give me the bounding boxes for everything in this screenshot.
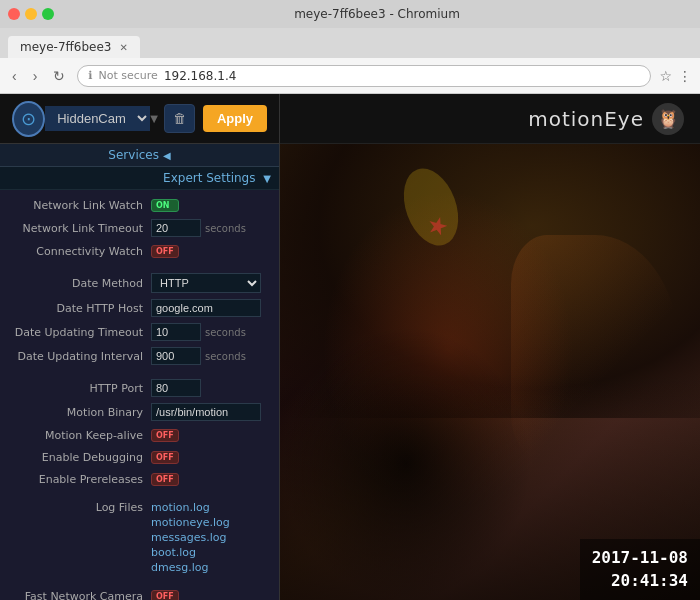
traffic-lights — [8, 8, 54, 20]
timestamp-time: 20:41:34 — [611, 571, 688, 590]
date-http-host-row: Date HTTP Host — [0, 296, 279, 320]
date-updating-interval-row: Date Updating Interval seconds — [0, 344, 279, 368]
enable-prereleases-value: OFF — [151, 473, 271, 486]
window-title: meye-7ff6bee3 - Chromium — [62, 7, 692, 21]
expert-chevron-icon: ▼ — [263, 173, 271, 184]
camera-icon: ⊙ — [12, 101, 45, 137]
nav-bar: ‹ › ↻ ℹ Not secure 192.168.1.4 ☆ ⋮ — [0, 58, 700, 94]
forward-button[interactable]: › — [29, 66, 42, 86]
camera-timestamp: 2017-11-08 20:41:34 — [592, 547, 688, 592]
network-link-watch-value: ON — [151, 199, 271, 212]
reload-button[interactable]: ↻ — [49, 66, 69, 86]
log-files-row: Log Files motion.log motioneye.log messa… — [0, 498, 279, 577]
services-link[interactable]: Services — [108, 148, 159, 162]
main-content: ⊙ HiddenCam ▼ 🗑 Apply Services ◀ Expert … — [0, 94, 700, 600]
settings-section: Network Link Watch ON Network Link Timeo… — [0, 190, 279, 600]
date-method-select[interactable]: HTTP — [151, 273, 261, 293]
protocol-label: Not secure — [99, 69, 158, 82]
log-file-dmesg[interactable]: dmesg.log — [151, 561, 230, 574]
motion-keepalive-toggle[interactable]: OFF — [151, 429, 179, 442]
tab-close-icon[interactable]: ✕ — [119, 42, 127, 53]
expert-settings-link[interactable]: Expert Settings — [163, 171, 255, 185]
dropdown-arrow-icon: ▼ — [150, 113, 158, 124]
connectivity-watch-label: Connectivity Watch — [8, 245, 143, 258]
browser-icons: ☆ ⋮ — [659, 68, 692, 84]
enable-debugging-toggle[interactable]: OFF — [151, 451, 179, 464]
date-updating-timeout-value: seconds — [151, 323, 271, 341]
network-link-watch-toggle[interactable]: ON — [151, 199, 179, 212]
star-icon[interactable]: ☆ — [659, 68, 672, 84]
right-panel: motionEye 🦉 ★ 2017-11-08 20:41:34 — [280, 94, 700, 600]
http-port-value — [151, 379, 271, 397]
network-link-watch-label: Network Link Watch — [8, 199, 143, 212]
enable-prereleases-row: Enable Prereleases OFF — [0, 468, 279, 490]
menu-icon[interactable]: ⋮ — [678, 68, 692, 84]
date-updating-interval-label: Date Updating Interval — [8, 350, 143, 363]
enable-debugging-value: OFF — [151, 451, 271, 464]
lock-icon: ℹ — [88, 69, 92, 82]
log-files-list: motion.log motioneye.log messages.log bo… — [151, 501, 230, 574]
network-link-timeout-row: Network Link Timeout seconds — [0, 216, 279, 240]
http-port-input[interactable] — [151, 379, 201, 397]
log-file-motioneye[interactable]: motioneye.log — [151, 516, 230, 529]
back-button[interactable]: ‹ — [8, 66, 21, 86]
network-link-timeout-unit: seconds — [205, 223, 246, 234]
app-header: ⊙ HiddenCam ▼ 🗑 Apply — [0, 94, 279, 144]
date-http-host-value — [151, 299, 271, 317]
address-bar[interactable]: ℹ Not secure 192.168.1.4 — [77, 65, 651, 87]
title-bar: meye-7ff6bee3 - Chromium — [0, 0, 700, 28]
date-updating-interval-unit: seconds — [205, 351, 246, 362]
date-updating-interval-value: seconds — [151, 347, 271, 365]
enable-prereleases-toggle[interactable]: OFF — [151, 473, 179, 486]
close-button[interactable] — [8, 8, 20, 20]
enable-debugging-label: Enable Debugging — [8, 451, 143, 464]
delete-camera-button[interactable]: 🗑 — [164, 104, 195, 133]
motioneye-logo: motionEye — [528, 107, 644, 131]
connectivity-watch-toggle[interactable]: OFF — [151, 245, 179, 258]
motion-keepalive-label: Motion Keep-alive — [8, 429, 143, 442]
date-http-host-label: Date HTTP Host — [8, 302, 143, 315]
http-port-row: HTTP Port — [0, 376, 279, 400]
log-file-messages[interactable]: messages.log — [151, 531, 230, 544]
services-bar: Services ◀ — [0, 144, 279, 167]
motion-keepalive-row: Motion Keep-alive OFF — [0, 424, 279, 446]
date-updating-timeout-row: Date Updating Timeout seconds — [0, 320, 279, 344]
tab-bar: meye-7ff6bee3 ✕ — [0, 28, 700, 58]
timestamp-date: 2017-11-08 — [592, 548, 688, 567]
browser-tab[interactable]: meye-7ff6bee3 ✕ — [8, 36, 140, 58]
connectivity-watch-row: Connectivity Watch OFF — [0, 240, 279, 262]
http-port-label: HTTP Port — [8, 382, 143, 395]
motion-binary-input[interactable] — [151, 403, 261, 421]
log-file-motion[interactable]: motion.log — [151, 501, 230, 514]
minimize-button[interactable] — [25, 8, 37, 20]
motion-keepalive-value: OFF — [151, 429, 271, 442]
network-link-timeout-label: Network Link Timeout — [8, 222, 143, 235]
connectivity-watch-value: OFF — [151, 245, 271, 258]
maximize-button[interactable] — [42, 8, 54, 20]
motion-binary-row: Motion Binary — [0, 400, 279, 424]
camera-select[interactable]: HiddenCam — [45, 106, 150, 131]
date-updating-timeout-unit: seconds — [205, 327, 246, 338]
motioneye-header: motionEye 🦉 — [280, 94, 700, 144]
fast-network-camera-value: OFF — [151, 590, 271, 601]
camera-timestamp-overlay: 2017-11-08 20:41:34 — [580, 539, 700, 600]
date-method-label: Date Method — [8, 277, 143, 290]
network-link-watch-row: Network Link Watch ON — [0, 194, 279, 216]
fast-network-camera-toggle[interactable]: OFF — [151, 590, 179, 601]
network-link-timeout-input[interactable] — [151, 219, 201, 237]
date-updating-timeout-input[interactable] — [151, 323, 201, 341]
enable-prereleases-label: Enable Prereleases — [8, 473, 143, 486]
cam-scene: ★ 2017-11-08 20:41:34 — [280, 144, 700, 600]
date-method-row: Date Method HTTP — [0, 270, 279, 296]
enable-debugging-row: Enable Debugging OFF — [0, 446, 279, 468]
browser-chrome: meye-7ff6bee3 - Chromium meye-7ff6bee3 ✕… — [0, 0, 700, 94]
log-file-boot[interactable]: boot.log — [151, 546, 230, 559]
date-http-host-input[interactable] — [151, 299, 261, 317]
apply-button[interactable]: Apply — [203, 105, 267, 132]
motion-binary-value — [151, 403, 271, 421]
motion-binary-label: Motion Binary — [8, 406, 143, 419]
date-updating-timeout-label: Date Updating Timeout — [8, 326, 143, 339]
date-updating-interval-input[interactable] — [151, 347, 201, 365]
network-link-timeout-value: seconds — [151, 219, 271, 237]
expert-settings-bar: Expert Settings ▼ — [0, 167, 279, 190]
